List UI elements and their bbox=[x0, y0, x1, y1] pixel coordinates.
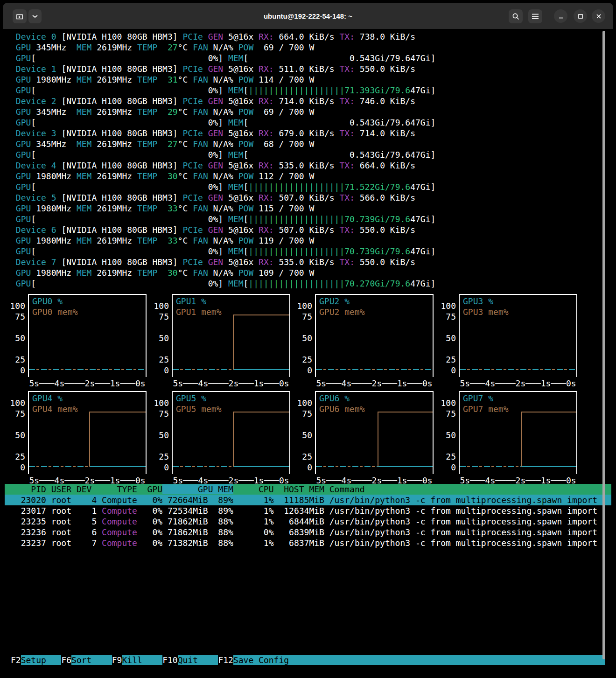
search-button[interactable] bbox=[509, 9, 523, 23]
gpu-utilization-chart: 1007550250GPU2 %GPU2 mem%5s───4s────2s──… bbox=[292, 294, 436, 390]
chart-plot-area: GPU2 %GPU2 mem% bbox=[315, 294, 434, 377]
scrollbar-thumb[interactable] bbox=[602, 31, 605, 659]
y-axis-tick-label: 75 bbox=[292, 311, 312, 322]
new-tab-button[interactable] bbox=[13, 9, 27, 23]
y-axis-tick-label: 0 bbox=[148, 365, 169, 376]
new-tab-icon bbox=[15, 12, 24, 21]
process-row[interactable]: 23020 root 4 Compute 0% 72664MiB 89% 1% … bbox=[5, 495, 611, 505]
y-axis-tick-label: 100 bbox=[148, 301, 169, 311]
y-axis-tick-label: 25 bbox=[435, 451, 456, 462]
y-axis-tick-label: 50 bbox=[148, 333, 169, 343]
y-axis-tick-label: 100 bbox=[5, 301, 25, 311]
titlebar: ubuntu@192-222-54-148: ~ bbox=[3, 3, 613, 29]
chart-legend-mem: GPU7 mem% bbox=[463, 404, 509, 414]
tab-list-button[interactable] bbox=[28, 9, 42, 23]
y-axis-tick-label: 75 bbox=[292, 408, 312, 419]
gpu-utilization-chart: 1007550250GPU3 %GPU3 mem%5s───4s────2s──… bbox=[435, 294, 580, 390]
chart-plot-area: GPU6 %GPU6 mem% bbox=[315, 391, 434, 474]
close-button[interactable] bbox=[592, 9, 605, 23]
fkey-action-setup[interactable]: Setup bbox=[21, 655, 62, 665]
minimize-icon bbox=[558, 14, 564, 19]
y-axis-tick-label: 0 bbox=[292, 462, 312, 473]
device-stats-line: GPU 345MHz MEM 2619MHz TEMP 27°C FAN N/A… bbox=[11, 139, 435, 149]
y-axis-tick-label: 50 bbox=[5, 430, 25, 440]
device-header-line: Device 4 [NVIDIA H100 80GB HBM3] PCIe GE… bbox=[11, 160, 435, 171]
chart-legend-gpu: GPU6 % bbox=[319, 393, 350, 404]
y-axis-tick-label: 50 bbox=[435, 333, 456, 343]
x-axis-tick-labels: 5s───4s────2s───1s───0s bbox=[172, 378, 290, 389]
y-axis-tick-label: 100 bbox=[5, 398, 25, 408]
chart-legend-gpu: GPU5 % bbox=[176, 393, 206, 404]
y-axis-tick-label: 50 bbox=[292, 333, 312, 343]
chart-legend-mem: GPU2 mem% bbox=[319, 307, 365, 317]
maximize-icon bbox=[578, 14, 583, 19]
process-row[interactable]: 23236 root 6 Compute 0% 71862MiB 88% 0% … bbox=[5, 527, 611, 538]
chart-legend-gpu: GPU4 % bbox=[32, 393, 63, 404]
chevron-down-icon bbox=[32, 14, 38, 19]
chart-legend-mem: GPU5 mem% bbox=[176, 404, 222, 414]
device-bars-line: GPU[ 0%] MEM[|||||||||||||||||||71.522Gi… bbox=[11, 182, 435, 192]
y-axis-tick-label: 50 bbox=[292, 430, 312, 440]
x-axis-tick-labels: 5s───4s────2s───1s───0s bbox=[459, 378, 577, 389]
fkey-action-sort[interactable]: Sort bbox=[71, 655, 112, 665]
fkey-f9: F9 bbox=[112, 655, 122, 665]
fkey-action-save-config[interactable]: Save Config bbox=[233, 655, 605, 665]
chart-plot-area: GPU3 %GPU3 mem% bbox=[459, 294, 577, 377]
fkey-action-quit[interactable]: Quit bbox=[178, 655, 218, 665]
chart-legend-gpu: GPU1 % bbox=[176, 296, 206, 307]
device-header-line: Device 1 [NVIDIA H100 80GB HBM3] PCIe GE… bbox=[11, 63, 435, 74]
gpu-utilization-chart: 1007550250GPU4 %GPU4 mem%5s───4s────2s──… bbox=[5, 391, 149, 487]
chart-legend-mem: GPU0 mem% bbox=[32, 307, 78, 317]
y-axis-tick-label: 50 bbox=[435, 430, 456, 440]
device-stats-line: GPU 1980MHz MEM 2619MHz TEMP 33°C FAN N/… bbox=[11, 235, 435, 246]
device-bars-line: GPU[ 0%] MEM[ 0.543Gi/79.647Gi] bbox=[11, 149, 435, 160]
y-axis-tick-label: 0 bbox=[435, 365, 456, 376]
x-axis-tick-labels: 5s───4s────2s───1s───0s bbox=[28, 378, 147, 389]
y-axis-tick-label: 25 bbox=[5, 451, 25, 462]
gpu-utilization-chart: 1007550250GPU5 %GPU5 mem%5s───4s────2s──… bbox=[148, 391, 293, 487]
process-row[interactable]: 23235 root 5 Compute 0% 71862MiB 88% 1% … bbox=[5, 516, 611, 527]
y-axis-tick-label: 75 bbox=[148, 311, 169, 322]
fkey-f12: F12 bbox=[218, 655, 233, 665]
y-axis-tick-label: 25 bbox=[5, 354, 25, 365]
fkey-action-kill[interactable]: Kill bbox=[122, 655, 162, 665]
y-axis-tick-label: 100 bbox=[292, 301, 312, 311]
device-stats-line: GPU 1980MHz MEM 2619MHz TEMP 30°C FAN N/… bbox=[11, 267, 435, 278]
process-row[interactable]: 23017 root 1 Compute 0% 72534MiB 89% 1% … bbox=[5, 505, 611, 516]
y-axis-tick-label: 100 bbox=[292, 398, 312, 408]
chart-plot-area: GPU4 %GPU4 mem% bbox=[28, 391, 147, 474]
device-stats-line: GPU 1980MHz MEM 2619MHz TEMP 30°C FAN N/… bbox=[11, 171, 435, 182]
y-axis-tick-label: 75 bbox=[435, 311, 456, 322]
chart-plot-area: GPU5 %GPU5 mem% bbox=[172, 391, 290, 474]
process-row[interactable]: 23237 root 7 Compute 0% 71382MiB 88% 1% … bbox=[5, 538, 611, 548]
device-header-line: Device 2 [NVIDIA H100 80GB HBM3] PCIe GE… bbox=[11, 96, 435, 106]
process-table: PID USER DEV TYPE GPU GPU MEM CPU HOST M… bbox=[5, 484, 611, 548]
gpu-utilization-chart: 1007550250GPU7 %GPU7 mem%5s───4s────2s──… bbox=[435, 391, 580, 487]
device-bars-line: GPU[ 0%] MEM[ 0.543Gi/79.647Gi] bbox=[11, 53, 435, 63]
y-axis-tick-label: 75 bbox=[5, 408, 25, 419]
fkey-bar: F2Setup F6Sort F9Kill F10Quit F12Save Co… bbox=[11, 655, 605, 666]
device-bars-line: GPU[ 0%] MEM[ 0.543Gi/79.647Gi] bbox=[11, 117, 435, 128]
y-axis-tick-label: 75 bbox=[5, 311, 25, 322]
menu-button[interactable] bbox=[528, 9, 542, 23]
y-axis-tick-label: 25 bbox=[292, 451, 312, 462]
chart-legend-mem: GPU6 mem% bbox=[319, 404, 365, 414]
y-axis-tick-label: 0 bbox=[5, 462, 25, 473]
device-header-line: Device 0 [NVIDIA H100 80GB HBM3] PCIe GE… bbox=[11, 31, 435, 42]
device-stats-line: GPU 345MHz MEM 2619MHz TEMP 27°C FAN N/A… bbox=[11, 42, 435, 53]
y-axis-tick-label: 100 bbox=[435, 398, 456, 408]
gpu-utilization-chart: 1007550250GPU1 %GPU1 mem%5s───4s────2s──… bbox=[148, 294, 293, 390]
fkey-f2: F2 bbox=[11, 655, 21, 665]
device-bars-line: GPU[ 0%] MEM[|||||||||||||||||||70.739Gi… bbox=[11, 246, 435, 257]
chart-legend-mem: GPU4 mem% bbox=[32, 404, 78, 414]
x-axis-tick-labels: 5s───4s────2s───1s───0s bbox=[315, 378, 434, 389]
y-axis-tick-label: 100 bbox=[148, 398, 169, 408]
y-axis-tick-label: 100 bbox=[435, 301, 456, 311]
device-bars-line: GPU[ 0%] MEM[|||||||||||||||||||70.739Gi… bbox=[11, 214, 435, 224]
device-header-line: Device 6 [NVIDIA H100 80GB HBM3] PCIe GE… bbox=[11, 224, 435, 235]
y-axis-tick-label: 0 bbox=[292, 365, 312, 376]
gpu-utilization-chart: 1007550250GPU0 %GPU0 mem%5s───4s────2s──… bbox=[5, 294, 149, 390]
device-header-line: Device 5 [NVIDIA H100 80GB HBM3] PCIe GE… bbox=[11, 192, 435, 203]
minimize-button[interactable] bbox=[554, 9, 567, 23]
maximize-button[interactable] bbox=[574, 9, 587, 23]
